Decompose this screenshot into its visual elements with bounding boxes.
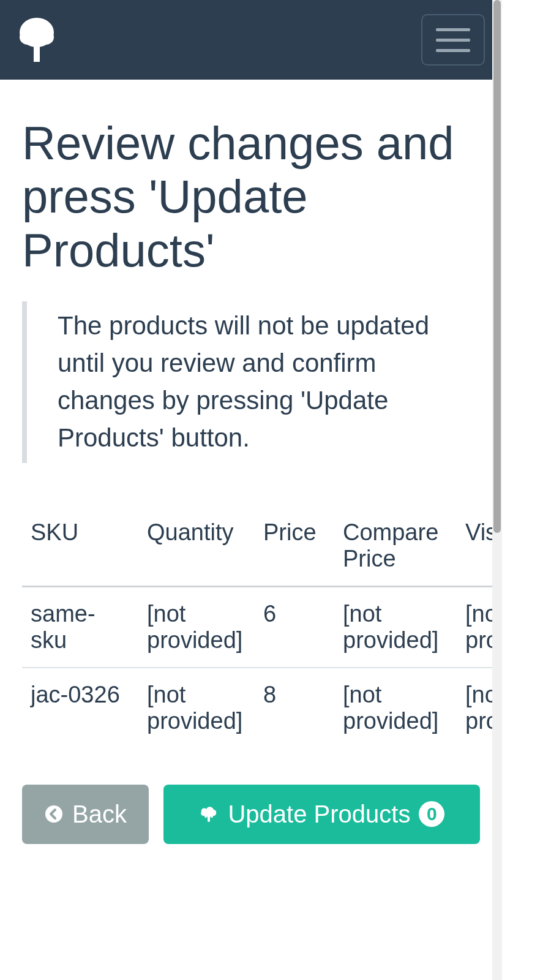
col-header-quantity: Quantity [138, 506, 255, 587]
col-header-price: Price [255, 506, 334, 587]
upload-icon [198, 804, 219, 824]
col-header-compare-price: Compare Price [334, 506, 457, 587]
back-button-label: Back [72, 801, 127, 828]
update-button-label: Update Products [228, 801, 410, 828]
navbar [0, 0, 502, 80]
menu-toggle-button[interactable] [421, 14, 485, 66]
table-row: jac-0326 [not provided] 8 [not provided]… [22, 668, 502, 748]
info-text: The products will not be updated until y… [58, 307, 480, 457]
cell-price: 8 [255, 668, 334, 748]
info-blockquote: The products will not be updated until y… [22, 301, 480, 463]
cell-sku: same-sku [22, 586, 138, 668]
logo-tree-icon[interactable] [17, 17, 56, 63]
scrollbar-thumb[interactable] [493, 0, 501, 533]
cell-price: 6 [255, 586, 334, 668]
table-header-row: SKU Quantity Price Compare Price Visib [22, 506, 502, 587]
button-row: Back Update Products 0 [22, 785, 480, 844]
changes-table: SKU Quantity Price Compare Price Visib s… [22, 506, 502, 748]
cell-sku: jac-0326 [22, 668, 138, 748]
update-products-button[interactable]: Update Products 0 [163, 785, 480, 844]
scrollbar[interactable] [492, 0, 502, 980]
arrow-left-icon [44, 804, 64, 824]
back-button[interactable]: Back [22, 785, 149, 844]
svg-point-4 [45, 805, 62, 823]
page-title: Review changes and press 'Update Product… [22, 116, 480, 277]
cell-quantity: [not provided] [138, 668, 255, 748]
svg-rect-3 [34, 41, 40, 62]
cell-compare-price: [not provided] [334, 586, 457, 668]
cell-compare-price: [not provided] [334, 668, 457, 748]
col-header-sku: SKU [22, 506, 138, 587]
table-row: same-sku [not provided] 6 [not provided]… [22, 586, 502, 668]
update-count-badge: 0 [419, 801, 444, 827]
main-content: Review changes and press 'Update Product… [0, 80, 502, 869]
cell-quantity: [not provided] [138, 586, 255, 668]
